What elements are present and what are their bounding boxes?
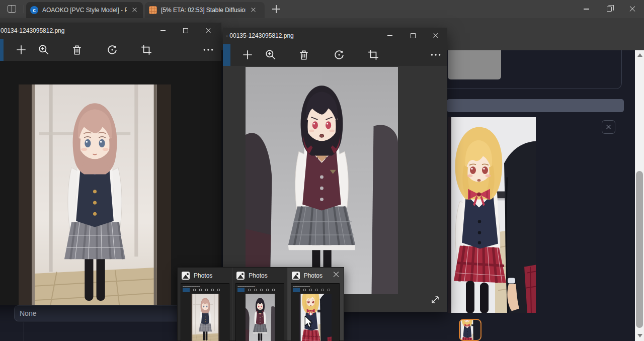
browser-minimize-button[interactable] [575,0,598,18]
minimize-icon [160,30,166,31]
sd-generated-image[interactable] [448,117,536,313]
screen: None c AOAOKO [PVC Style Model] - PV [5%… [0,0,644,341]
taskbar-preview-popup: Photos ▁▁▁▁▁▁▁▁▁▁ Photos ▁▁▁▁▁▁▁▁▁▁ [177,267,344,341]
sd-progress-bar [447,99,624,112]
photos-close-button[interactable] [197,23,219,39]
photo-00135[interactable] [246,67,398,294]
scrollbar-down-arrow-icon[interactable] [637,334,642,337]
minimize-icon [584,9,589,10]
preview-mini-window: ▁▁▁▁▁▁▁▁▁▁ [291,283,340,341]
preview-mini-window: ▁▁▁▁▁▁▁▁▁▁ [235,283,284,341]
see-all-photos-accent[interactable] [223,44,230,66]
tab-civitai[interactable]: c AOAOKO [PVC Style Model] - PV [26,2,143,18]
photos-title-bar[interactable]: 00134-1243095812.png [0,23,221,39]
fullscreen-expand-icon[interactable] [430,295,440,305]
photos-toolbar [0,39,221,61]
crop-icon[interactable] [367,49,379,61]
minimize-icon [387,35,392,36]
mini-toolbar [182,288,228,292]
photos-maximize-button[interactable] [402,28,424,44]
browser-close-button[interactable] [621,0,644,18]
crop-icon[interactable] [140,44,152,56]
sd-panel-divider [24,322,24,341]
sd-gallery-thumbnail-selected[interactable] [459,319,481,341]
sd-panel-border [445,50,622,89]
see-all-photos-accent[interactable] [0,39,4,61]
divider [24,5,24,13]
civitai-favicon-icon: c [30,6,38,14]
tab-stable-diffusion[interactable]: [5% ETA: 02:53] Stable Diffusion [145,2,265,18]
browser-tab-bar: c AOAOKO [PVC Style Model] - PV [5% ETA:… [0,0,644,18]
delete-icon[interactable] [298,49,310,61]
mini-window-title: ▁▁▁▁▁▁▁▁▁▁ [293,284,338,287]
mini-photo [246,294,275,341]
rotate-icon[interactable] [333,49,345,61]
taskbar-preview-photos-2[interactable]: Photos ▁▁▁▁▁▁▁▁▁▁ [232,268,287,340]
close-icon [433,33,439,39]
photos-window-title: - 00135-1243095812.png [226,32,294,39]
rotate-icon[interactable] [106,44,118,56]
close-icon [605,123,613,131]
see-more-icon[interactable] [202,44,214,56]
photos-maximize-button[interactable] [175,23,197,39]
mini-window-title: ▁▁▁▁▁▁▁▁▁▁ [183,284,228,287]
scrollbar-thumb[interactable] [636,171,643,328]
stable-diffusion-favicon-icon [149,6,157,14]
browser-restore-button[interactable] [598,0,621,18]
photo-00134[interactable] [19,84,171,305]
see-more-icon[interactable] [430,49,442,61]
photos-close-button[interactable] [425,28,447,44]
tab-title: AOAOKO [PVC Style Model] - PV [42,7,127,14]
mini-window-title: ▁▁▁▁▁▁▁▁▁▁ [237,284,283,287]
mini-toolbar [292,288,338,292]
maximize-icon [411,33,416,38]
photos-minimize-button[interactable] [152,23,174,39]
sd-image-close-button[interactable] [602,120,615,134]
tab-close-icon[interactable] [250,6,258,14]
photos-title-bar[interactable]: - 00135-1243095812.png [223,28,447,44]
scrollbar-up-arrow-icon[interactable] [637,53,642,57]
tab-title: [5% ETA: 02:53] Stable Diffusion [161,7,246,14]
photos-window-1: 00134-1243095812.png [0,23,221,305]
preview-label: Photos [249,272,267,279]
photos-app-icon [182,272,190,280]
add-icon[interactable] [242,49,254,61]
close-icon [629,6,636,13]
zoom-icon[interactable] [265,49,277,61]
add-icon[interactable] [15,44,27,56]
photos-app-icon [292,272,300,280]
photos-minimize-button[interactable] [379,28,401,44]
taskbar-preview-photos-3[interactable]: Photos ▁▁▁▁▁▁▁▁▁▁ [288,268,344,340]
maximize-icon [183,28,188,33]
photos-app-icon [236,272,245,280]
photos-window-title: 00134-1243095812.png [1,27,64,34]
mini-toolbar [237,288,283,292]
tab-actions-icon[interactable] [8,5,16,13]
preview-label: Photos [304,272,323,279]
zoom-icon[interactable] [38,44,50,56]
close-icon [205,28,211,34]
mouse-cursor [303,316,314,328]
script-dropdown-value: None [20,309,36,317]
preview-close-icon[interactable] [333,271,340,278]
delete-icon[interactable] [71,44,83,56]
photos-toolbar [223,44,447,66]
preview-mini-window: ▁▁▁▁▁▁▁▁▁▁ [181,283,229,341]
taskbar-preview-photos-1[interactable]: Photos ▁▁▁▁▁▁▁▁▁▁ [178,268,232,340]
restore-icon [607,7,612,12]
new-tab-icon[interactable] [272,5,281,14]
mini-photo [191,294,220,341]
preview-label: Photos [194,272,212,279]
tab-close-icon[interactable] [131,6,139,14]
